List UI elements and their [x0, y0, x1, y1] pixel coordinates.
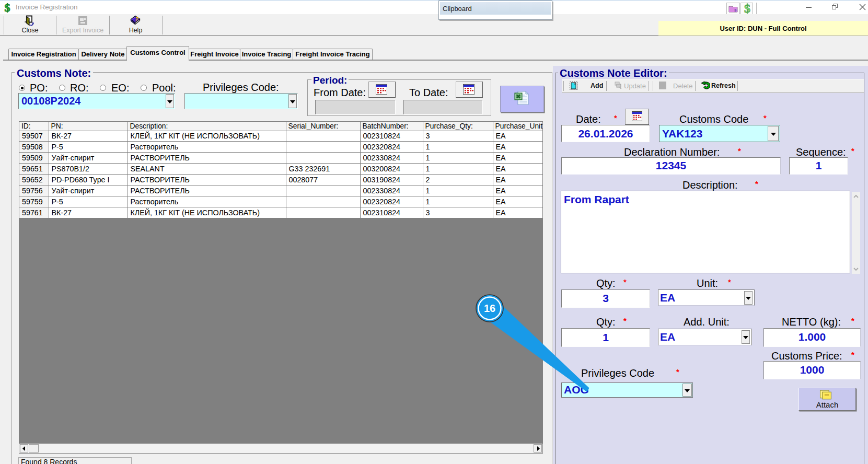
svg-text:16: 16 [484, 303, 495, 314]
svg-text:s: s [734, 8, 737, 13]
svg-text:$: $ [744, 2, 750, 15]
svg-text:$: $ [5, 1, 10, 14]
